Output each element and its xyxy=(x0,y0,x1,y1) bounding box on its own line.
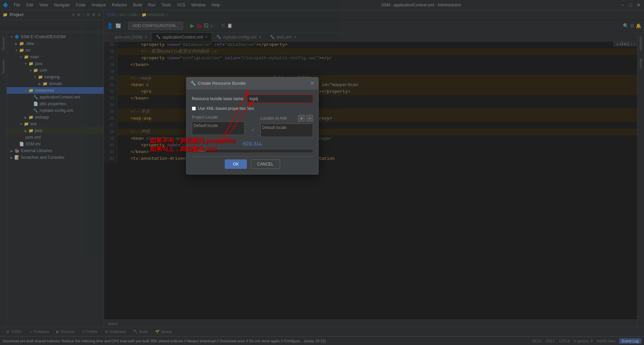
base-name-label: Resource bundle base name: xyxy=(192,96,245,101)
default-locale-text: Default locale xyxy=(194,123,218,128)
checkbox-row: Use XML-based properties files xyxy=(192,106,313,111)
dialog-close-button[interactable]: ✕ xyxy=(310,80,314,86)
locales-to-add-content: Default locale xyxy=(261,124,313,137)
dialog-overlay: 🔧 Create Resource Bundle ✕ Resource bund… xyxy=(0,0,644,345)
add-default-locale-text: Default locale xyxy=(262,125,287,130)
locale-arrow: → xyxy=(250,115,255,137)
cancel-button[interactable]: CANCEL xyxy=(251,159,280,169)
dialog-scrollbar-thumb[interactable] xyxy=(193,150,206,152)
project-locale-content: Default locale xyxy=(192,122,245,135)
create-resource-bundle-dialog: 🔧 Create Resource Bundle ✕ Resource bund… xyxy=(186,77,319,175)
locale-add-remove-buttons: + − xyxy=(298,115,313,122)
locales-to-add-label: Locales to Add xyxy=(261,116,287,121)
remove-locale-button[interactable]: − xyxy=(306,115,313,122)
dialog-title-text: Create Resource Bundle xyxy=(198,81,246,86)
base-name-row: Resource bundle base name: xyxy=(192,95,313,103)
add-locale-button[interactable]: + xyxy=(298,115,305,122)
dialog-title-bar: 🔧 Create Resource Bundle ✕ xyxy=(186,77,318,89)
dialog-scrollbar xyxy=(192,150,313,152)
dialog-body: Resource bundle base name: Use XML-based… xyxy=(186,89,318,174)
locales-to-add-col: Locales to Add + − Default locale xyxy=(261,115,313,137)
ok-button[interactable]: OK xyxy=(225,159,247,169)
arrow-icon: → xyxy=(250,127,255,133)
project-locale-col: Project Locale: Default locale xyxy=(192,115,245,137)
locale-section: Project Locale: Default locale → Locales xyxy=(192,115,313,137)
project-locale-label: Project Locale: xyxy=(192,115,218,120)
locales-to-add-header: Locales to Add + − xyxy=(261,115,313,122)
xml-checkbox-label: Use XML-based properties files xyxy=(198,106,254,111)
project-locale-header: Project Locale: xyxy=(192,115,245,120)
add-all-button[interactable]: ADD ALL xyxy=(243,141,262,146)
xml-based-checkbox[interactable] xyxy=(192,107,196,111)
add-all-section: ADD ALL xyxy=(192,141,313,146)
annotation-arrows xyxy=(0,0,644,345)
base-name-input[interactable] xyxy=(247,95,313,103)
dialog-title: 🔧 Create Resource Bundle xyxy=(191,81,246,86)
dialog-title-icon: 🔧 xyxy=(191,81,196,86)
dialog-footer-buttons: OK CANCEL xyxy=(192,156,313,169)
